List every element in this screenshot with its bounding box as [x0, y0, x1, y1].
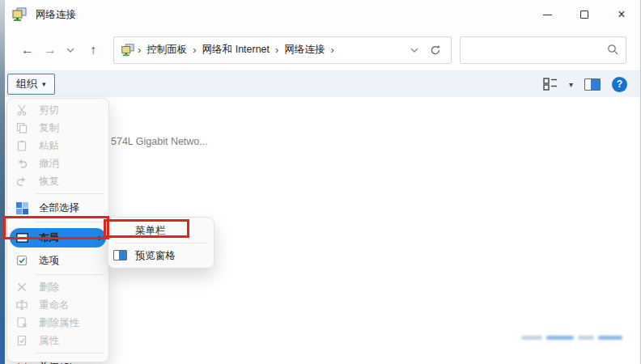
- menu-item-redo[interactable]: 恢复: [7, 172, 108, 190]
- help-button[interactable]: ?: [612, 77, 627, 92]
- menu-separator: [35, 222, 104, 222]
- menu-item-label: 删除: [39, 281, 59, 294]
- organize-label: 组织: [16, 77, 37, 91]
- command-toolbar: 组织 ▾ ▾ ?: [5, 71, 640, 97]
- menu-item-label: 选项: [39, 254, 59, 268]
- recent-pages-button[interactable]: [62, 48, 79, 53]
- submenu-arrow-icon: ›: [98, 232, 101, 243]
- organize-menu: 剪切 复制 粘贴 撤消 恢复: [6, 98, 109, 362]
- submenu-item-menu-bar[interactable]: 菜单栏: [108, 220, 214, 241]
- menu-item-label: 布局: [39, 231, 59, 245]
- title-bar: 网络连接 ×: [5, 0, 640, 29]
- search-box: [460, 36, 626, 64]
- menu-item-paste[interactable]: 粘贴: [7, 137, 108, 154]
- options-checkbox-icon: [15, 254, 28, 267]
- menu-item-layout[interactable]: 布局 ›: [7, 226, 108, 250]
- minimize-button[interactable]: [529, 0, 566, 29]
- refresh-icon: [430, 44, 441, 56]
- breadcrumb-separator: ›: [190, 44, 198, 56]
- menu-item-cut[interactable]: 剪切: [7, 101, 108, 119]
- view-dropdown-button[interactable]: ▾: [569, 80, 573, 89]
- search-input[interactable]: [461, 37, 626, 63]
- menu-item-options[interactable]: 选项: [7, 250, 108, 271]
- menu-item-remove-properties[interactable]: 删除属性: [7, 314, 108, 332]
- breadcrumb-network-connections[interactable]: 网络连接: [281, 43, 328, 57]
- delete-icon: [15, 281, 28, 294]
- menu-item-undo[interactable]: 撤消: [7, 154, 108, 172]
- maximize-icon: [580, 11, 588, 19]
- menu-item-label: 重命名: [39, 298, 70, 312]
- menu-item-label: 全部选择: [39, 201, 79, 215]
- menu-item-label: 关闭(C): [39, 361, 73, 364]
- undo-icon: [15, 157, 28, 170]
- menu-item-label: 粘贴: [39, 139, 59, 153]
- refresh-button[interactable]: [427, 44, 451, 56]
- forward-button[interactable]: →: [39, 43, 62, 57]
- select-all-icon: [15, 201, 28, 214]
- menu-item-label: 撤消: [39, 157, 59, 171]
- submenu-item-label: 菜单栏: [135, 224, 166, 238]
- menu-item-select-all[interactable]: 全部选择: [7, 197, 108, 218]
- submenu-item-label: 预览窗格: [135, 249, 176, 263]
- address-bar[interactable]: › 控制面板 › 网络和 Internet › 网络连接 ›: [113, 36, 452, 64]
- window-title: 网络连接: [36, 8, 76, 22]
- menu-item-label: 属性: [39, 334, 59, 348]
- chevron-down-icon: ▾: [42, 80, 46, 88]
- watermark: [521, 336, 622, 340]
- menu-item-close[interactable]: 关闭(C): [7, 357, 108, 364]
- preview-pane-icon: [113, 250, 128, 261]
- chevron-down-icon: [410, 48, 418, 53]
- up-button[interactable]: ↑: [79, 43, 107, 57]
- pane-left: [585, 79, 591, 90]
- menu-item-delete[interactable]: 删除: [7, 278, 108, 296]
- menu-item-properties[interactable]: 属性: [7, 332, 108, 349]
- maximize-button[interactable]: [566, 0, 603, 29]
- cut-icon: [15, 104, 28, 116]
- remove-properties-icon: [15, 316, 28, 329]
- menu-item-label: 复制: [39, 121, 59, 135]
- minimize-icon: [543, 15, 552, 15]
- network-adapter-item[interactable]: 574L Gigabit Netwo...: [111, 136, 208, 147]
- breadcrumb-control-panel[interactable]: 控制面板: [143, 43, 190, 57]
- pane-right: [591, 79, 600, 90]
- breadcrumb-separator: ›: [328, 44, 336, 56]
- close-icon: ×: [618, 8, 625, 21]
- rename-icon: [15, 298, 28, 311]
- menu-item-label: 删除属性: [39, 316, 79, 330]
- window-controls: ×: [529, 0, 640, 29]
- menu-item-rename[interactable]: 重命名: [7, 296, 108, 314]
- submenu-separator: [115, 243, 207, 243]
- search-icon: [607, 44, 619, 56]
- properties-icon: [15, 334, 28, 347]
- breadcrumb-separator: ›: [273, 44, 281, 56]
- menu-separator: [35, 353, 104, 353]
- menu-separator: [35, 193, 104, 194]
- location-icon: [121, 43, 135, 57]
- menu-item-label: 恢复: [39, 175, 59, 188]
- layout-icon: [15, 231, 28, 244]
- preview-pane-toggle-icon[interactable]: [584, 78, 601, 91]
- menu-separator: [35, 274, 104, 275]
- paste-icon: [15, 139, 28, 152]
- chevron-down-icon: [66, 48, 74, 53]
- organize-button[interactable]: 组织 ▾: [7, 74, 55, 95]
- network-connections-window: 网络连接 × ← → ↑ › 控制面板 › 网络和 Internet › 网络: [5, 0, 641, 364]
- menu-item-copy[interactable]: 复制: [7, 119, 108, 137]
- network-connections-icon: [11, 6, 28, 23]
- breadcrumb-separator: ›: [135, 44, 143, 56]
- close-button[interactable]: ×: [603, 0, 640, 29]
- redo-icon: [15, 175, 28, 188]
- breadcrumb-network-internet[interactable]: 网络和 Internet: [199, 43, 273, 57]
- copy-icon: [15, 121, 28, 134]
- address-dropdown-button[interactable]: [402, 48, 427, 53]
- layout-submenu: 菜单栏 预览窗格: [108, 217, 214, 269]
- change-view-icon[interactable]: [543, 78, 558, 91]
- back-button[interactable]: ←: [16, 43, 39, 57]
- close-red-icon: [15, 361, 28, 364]
- submenu-item-preview-pane[interactable]: 预览窗格: [108, 245, 214, 266]
- menu-item-label: 剪切: [39, 104, 59, 117]
- navigation-bar: ← → ↑ › 控制面板 › 网络和 Internet › 网络连接 ›: [5, 29, 640, 71]
